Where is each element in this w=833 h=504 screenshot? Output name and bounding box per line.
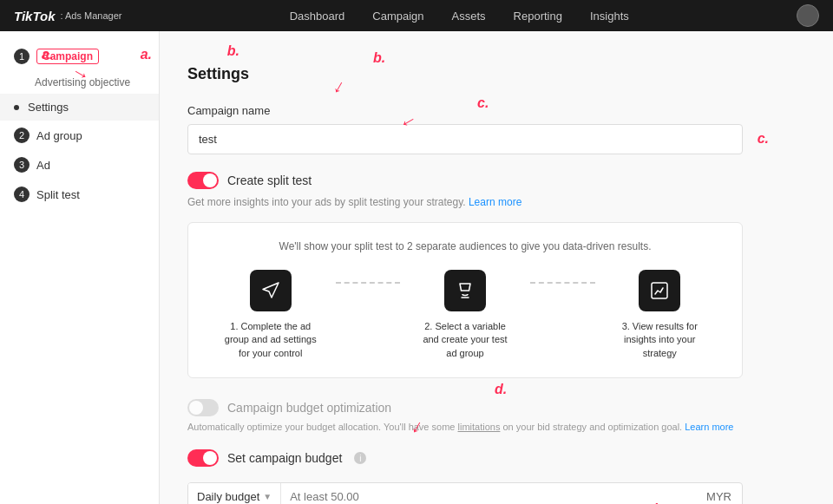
split-test-sidebar-label: Split test (36, 188, 80, 201)
create-split-test-row: Create split test (187, 172, 312, 189)
annotation-c: c. (758, 131, 769, 147)
avatar[interactable] (797, 4, 819, 27)
campaign-label-badge: Campaign (36, 49, 99, 64)
create-split-test-toggle[interactable] (187, 172, 219, 189)
settings-label: Settings (28, 101, 69, 114)
set-budget-toggle[interactable] (187, 449, 219, 467)
budget-opt-label: Campaign budget optimization (227, 401, 391, 415)
sidebar-item-ad[interactable]: 3 Ad (0, 150, 159, 180)
sidebar-item-ad-group[interactable]: 2 Ad group (0, 121, 159, 150)
brand-name-suffix: : Ads Manager (61, 10, 122, 21)
budget-amount-input[interactable] (281, 483, 696, 504)
dot-icon (14, 105, 19, 110)
split-test-toggle-wrap: Create split test (187, 172, 312, 196)
budget-opt-toggle (187, 399, 219, 416)
step-1-icon (250, 270, 292, 311)
step-connector-1 (336, 270, 401, 284)
step-badge-2: 2 (14, 128, 30, 143)
step-item-2: 2. Select a variable and create your tes… (400, 270, 530, 360)
step-item-3: 3. View results for insights into your s… (595, 270, 725, 360)
sidebar-item-campaign[interactable]: 1 Campaign a. (0, 42, 159, 71)
nav-link-reporting[interactable]: Reporting (510, 10, 566, 23)
sidebar-item-split-test[interactable]: 4 Split test (0, 180, 159, 209)
set-budget-wrap: Set campaign budget i d. (187, 449, 366, 474)
annotation-a: a. (141, 47, 152, 62)
budget-type-select[interactable]: Daily budget ▼ (188, 483, 281, 504)
brand-logo: TikTok : Ads Manager (14, 9, 121, 23)
budget-info-icon[interactable]: i (354, 452, 366, 464)
main-layout: 1 Campaign a. Advertising objective Sett… (0, 31, 833, 504)
create-split-test-label: Create split test (227, 173, 312, 187)
ad-label: Ad (36, 159, 50, 172)
step-2-desc: 2. Select a variable and create your tes… (417, 320, 513, 360)
budget-opt-row: Campaign budget optimization (187, 399, 743, 416)
page-title: Settings (187, 65, 805, 83)
budget-type-label: Daily budget (197, 490, 259, 503)
annotation-b: b. (227, 43, 239, 59)
budget-type-chevron: ▼ (263, 492, 272, 501)
split-test-box-desc: We'll show your split test to 2 separate… (206, 240, 725, 252)
budget-currency: MYR (696, 483, 742, 504)
step-3-icon (639, 270, 680, 311)
campaign-name-label: Campaign name (187, 104, 805, 117)
step-badge-1: 1 (14, 49, 30, 64)
budget-optimization-section: Campaign budget optimization Automatical… (187, 399, 743, 432)
campaign-name-field-wrap: c. (187, 124, 743, 154)
split-test-hint: Get more insights into your ads by split… (187, 196, 805, 208)
nav-links: Dashboard Campaign Assets Reporting Insi… (149, 10, 769, 23)
main-content: b. Settings Campaign name c. Create spli… (160, 31, 833, 504)
split-test-learn-more-link[interactable]: Learn more (469, 196, 521, 208)
set-budget-row: Set campaign budget i (187, 449, 366, 467)
campaign-name-input[interactable] (187, 124, 743, 154)
step-connector-2 (530, 270, 595, 284)
nav-link-insights[interactable]: Insights (587, 10, 633, 23)
budget-opt-hint: Automatically optimize your budget alloc… (187, 422, 743, 432)
sidebar-item-advertising-objective[interactable]: Advertising objective (0, 71, 159, 94)
step-item-1: 1. Complete the ad group and ad settings… (206, 270, 336, 360)
nav-link-dashboard[interactable]: Dashboard (286, 10, 349, 23)
ad-group-label: Ad group (36, 129, 82, 142)
top-navigation: TikTok : Ads Manager Dashboard Campaign … (0, 0, 833, 31)
budget-opt-limitations: limitations (458, 422, 501, 432)
step-badge-4: 4 (14, 187, 30, 202)
nav-link-campaign[interactable]: Campaign (369, 10, 427, 23)
step-1-desc: 1. Complete the ad group and ad settings… (223, 320, 318, 360)
svg-rect-0 (652, 283, 667, 298)
steps-row: 1. Complete the ad group and ad settings… (206, 270, 725, 360)
nav-link-assets[interactable]: Assets (449, 10, 489, 23)
set-budget-label: Set campaign budget (227, 451, 342, 465)
split-test-info-box: We'll show your split test to 2 separate… (187, 222, 743, 378)
step-badge-3: 3 (14, 157, 30, 173)
budget-opt-learn-more-link[interactable]: Learn more (685, 422, 733, 432)
step-3-desc: 3. View results for insights into your s… (612, 320, 707, 360)
sidebar-item-settings[interactable]: Settings (0, 94, 159, 121)
brand-name-tiktok: TikTok (14, 9, 56, 23)
step-2-icon (444, 270, 486, 311)
sidebar: 1 Campaign a. Advertising objective Sett… (0, 31, 160, 504)
